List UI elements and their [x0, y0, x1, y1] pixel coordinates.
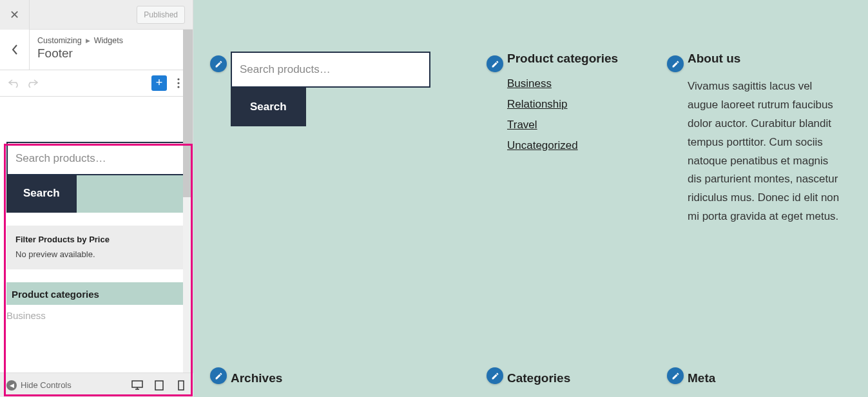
edit-shortcut-archives[interactable] [210, 367, 227, 384]
breadcrumb-root: Customizing [37, 36, 82, 45]
redo-button[interactable] [24, 75, 40, 91]
publish-status-button[interactable]: Published [137, 6, 185, 24]
scroll-thumb[interactable] [183, 30, 193, 197]
svg-rect-5 [178, 381, 184, 390]
undo-button[interactable] [6, 75, 22, 91]
footer-col-about: About us Vivamus sagittis lacus vel augu… [688, 52, 842, 226]
hide-controls-button[interactable]: ◀ Hide Controls [6, 380, 72, 391]
chevron-left-icon: ◀ [6, 380, 17, 391]
search-input[interactable] [232, 53, 429, 86]
category-link[interactable]: Uncategorized [507, 139, 655, 152]
customizer-footer: ◀ Hide Controls [0, 373, 193, 397]
customizer-panel: ✕ Published Customizing ▶ Widgets Footer… [0, 0, 193, 397]
product-categories-heading: Product categories [507, 52, 655, 66]
preview-pane: Search Product categories Business Relat… [193, 0, 868, 397]
svg-point-2 [177, 86, 179, 88]
device-mobile-button[interactable] [175, 380, 187, 391]
panel-title: Footer [37, 46, 123, 61]
edit-shortcut-categories2[interactable] [487, 367, 503, 384]
search-input-wrapper [231, 52, 430, 88]
widget-editor: Search products… Search Filter Products … [0, 97, 193, 397]
product-categories-list: Business Relationship Travel Uncategoriz… [507, 77, 655, 152]
breadcrumb-leaf: Widgets [94, 36, 123, 45]
category-link[interactable]: Business [507, 77, 655, 90]
svg-rect-4 [155, 381, 163, 390]
editor-product-category-item: Business [6, 310, 186, 321]
search-button[interactable]: Search [231, 88, 306, 126]
back-button[interactable] [0, 30, 30, 70]
editor-search-placeholder[interactable]: Search products… [6, 142, 186, 175]
svg-point-0 [177, 78, 179, 80]
footer-row-2: Archives Categories Meta [231, 371, 842, 397]
categories-heading: Categories [507, 371, 655, 385]
edit-shortcut-about[interactable] [667, 55, 684, 72]
device-tablet-button[interactable] [153, 380, 165, 391]
edit-shortcut-categories[interactable] [487, 55, 503, 72]
filter-title: Filter Products by Price [15, 235, 177, 244]
device-desktop-button[interactable] [131, 380, 143, 391]
hide-controls-label: Hide Controls [21, 380, 72, 390]
editor-search-button[interactable]: Search [6, 175, 77, 213]
chevron-right-icon: ▶ [86, 37, 90, 44]
archives-heading: Archives [231, 371, 475, 385]
panel-scrollbar[interactable] [183, 30, 193, 373]
category-link[interactable]: Travel [507, 119, 655, 131]
edit-shortcut-search[interactable] [210, 55, 227, 72]
meta-heading: Meta [688, 371, 842, 385]
about-heading: About us [688, 52, 842, 66]
category-link[interactable]: Relationship [507, 98, 655, 111]
editor-teal-strip [77, 175, 186, 213]
close-customizer-button[interactable]: ✕ [0, 0, 30, 30]
breadcrumb: Customizing ▶ Widgets [37, 36, 123, 45]
footer-col-search: Search [231, 52, 475, 226]
about-body: Vivamus sagittis lacus vel augue laoreet… [688, 77, 842, 226]
svg-point-1 [177, 82, 179, 84]
editor-product-categories-heading[interactable]: Product categories [6, 282, 186, 305]
svg-rect-3 [132, 381, 142, 387]
footer-col-categories: Product categories Business Relationship… [507, 52, 655, 226]
customizer-topbar: ✕ Published [0, 0, 193, 30]
filter-empty-msg: No preview available. [15, 249, 177, 259]
editor-toolbar: + [0, 70, 193, 97]
add-block-button[interactable]: + [151, 75, 167, 91]
edit-shortcut-meta[interactable] [667, 367, 684, 384]
customizer-header: Customizing ▶ Widgets Footer [0, 30, 193, 70]
filter-products-block[interactable]: Filter Products by Price No preview avai… [6, 226, 186, 269]
